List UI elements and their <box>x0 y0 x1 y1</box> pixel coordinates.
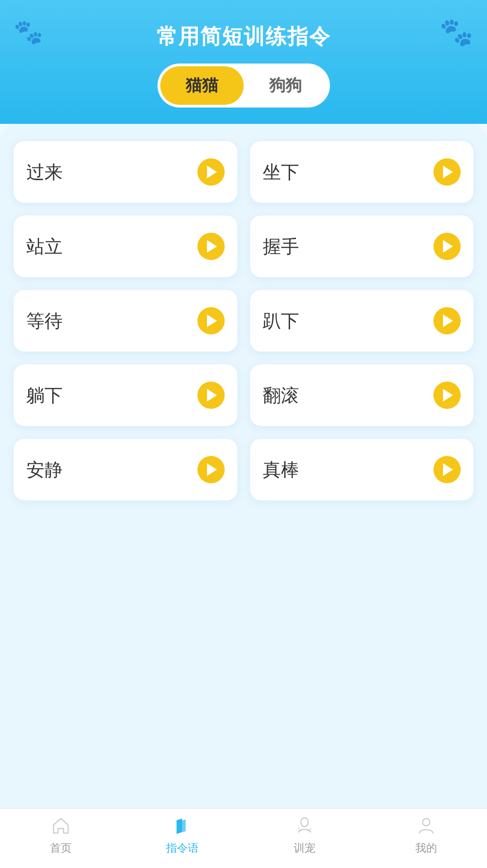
play-btn-zhanli[interactable] <box>197 233 225 260</box>
play-icon-guolai <box>207 166 217 178</box>
svg-point-4 <box>310 828 311 829</box>
content-spacer <box>0 636 487 808</box>
play-btn-paxia[interactable] <box>433 307 461 334</box>
command-label-woshou: 握手 <box>263 234 299 259</box>
command-card-paxia[interactable]: 趴下 <box>250 290 474 352</box>
command-card-dengdai[interactable]: 等待 <box>14 290 237 352</box>
command-card-fanggun[interactable]: 翻滚 <box>250 364 474 426</box>
command-label-guolai: 过来 <box>26 160 63 185</box>
command-label-dengdai: 等待 <box>26 309 63 333</box>
command-label-anjing: 安静 <box>26 457 63 482</box>
command-label-tangxia: 躺下 <box>26 383 63 408</box>
nav-label-commands: 指令语 <box>166 841 199 855</box>
svg-point-5 <box>423 819 430 826</box>
svg-point-3 <box>298 828 299 829</box>
command-card-woshou[interactable]: 握手 <box>250 216 474 277</box>
play-btn-guolai[interactable] <box>197 158 225 186</box>
play-icon-fanggun <box>443 389 453 402</box>
play-icon-tangxia <box>207 389 217 402</box>
commands-grid: 过来 坐下 站立 握手 等待 <box>14 141 473 500</box>
train-icon <box>295 816 314 838</box>
commands-icon <box>173 816 192 838</box>
paw-left-icon: 🐾 <box>14 18 43 46</box>
play-icon-zhanli <box>207 240 217 253</box>
play-btn-woshou[interactable] <box>433 233 461 260</box>
command-label-paxia: 趴下 <box>263 309 299 333</box>
command-card-zuoxia[interactable]: 坐下 <box>250 141 474 203</box>
toggle-dog-btn[interactable]: 狗狗 <box>244 66 327 105</box>
svg-point-1 <box>300 829 302 831</box>
play-icon-woshou <box>443 240 453 253</box>
svg-point-0 <box>301 818 308 827</box>
play-icon-zhenbang <box>443 463 453 476</box>
play-btn-fanggun[interactable] <box>433 382 461 409</box>
command-label-zuoxia: 坐下 <box>263 160 299 185</box>
nav-item-mine[interactable]: 我的 <box>399 816 453 855</box>
home-icon <box>51 816 70 838</box>
play-btn-anjing[interactable] <box>197 456 225 483</box>
play-btn-tangxia[interactable] <box>197 382 225 409</box>
nav-item-home[interactable]: 首页 <box>34 816 88 855</box>
command-label-fanggun: 翻滚 <box>263 383 299 408</box>
command-card-tangxia[interactable]: 躺下 <box>14 364 237 426</box>
nav-label-train: 训宠 <box>294 841 315 855</box>
command-card-zhenbang[interactable]: 真棒 <box>250 439 474 500</box>
paw-right-icon: 🐾 <box>439 16 473 48</box>
nav-label-mine: 我的 <box>415 841 437 855</box>
bottom-nav: 首页 指令语 训宠 <box>0 808 487 868</box>
header: 🐾 🐾 常用简短训练指令 猫猫 狗狗 <box>0 0 487 124</box>
play-icon-zuoxia <box>443 166 453 178</box>
svg-point-2 <box>307 829 309 831</box>
toggle-cat-btn[interactable]: 猫猫 <box>160 66 244 105</box>
nav-label-home: 首页 <box>50 841 72 855</box>
command-card-zhanli[interactable]: 站立 <box>14 216 237 277</box>
pet-type-toggle: 猫猫 狗狗 <box>157 64 330 108</box>
command-label-zhanli: 站立 <box>26 234 63 259</box>
play-icon-anjing <box>207 463 217 476</box>
command-card-anjing[interactable]: 安静 <box>14 439 237 500</box>
command-label-zhenbang: 真棒 <box>263 457 299 482</box>
main-content: 过来 坐下 站立 握手 等待 <box>0 123 487 636</box>
play-btn-zhenbang[interactable] <box>433 456 461 483</box>
command-card-guolai[interactable]: 过来 <box>14 141 237 203</box>
play-btn-zuoxia[interactable] <box>433 158 461 186</box>
play-icon-paxia <box>443 314 453 327</box>
mine-icon <box>417 816 436 838</box>
nav-item-train[interactable]: 训宠 <box>277 816 332 855</box>
play-btn-dengdai[interactable] <box>197 307 225 334</box>
nav-item-commands[interactable]: 指令语 <box>155 816 210 855</box>
play-icon-dengdai <box>207 314 217 327</box>
page-title: 常用简短训练指令 <box>157 23 331 51</box>
